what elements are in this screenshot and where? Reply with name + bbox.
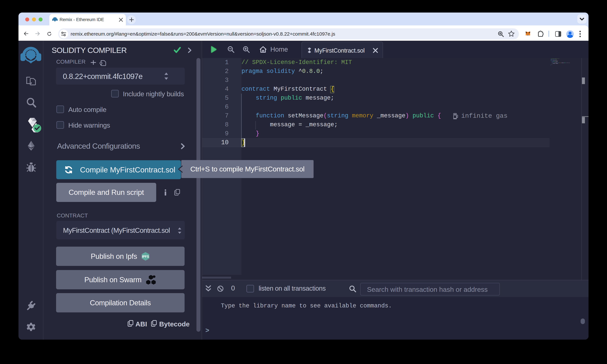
svg-text:IPFS: IPFS bbox=[142, 255, 149, 258]
